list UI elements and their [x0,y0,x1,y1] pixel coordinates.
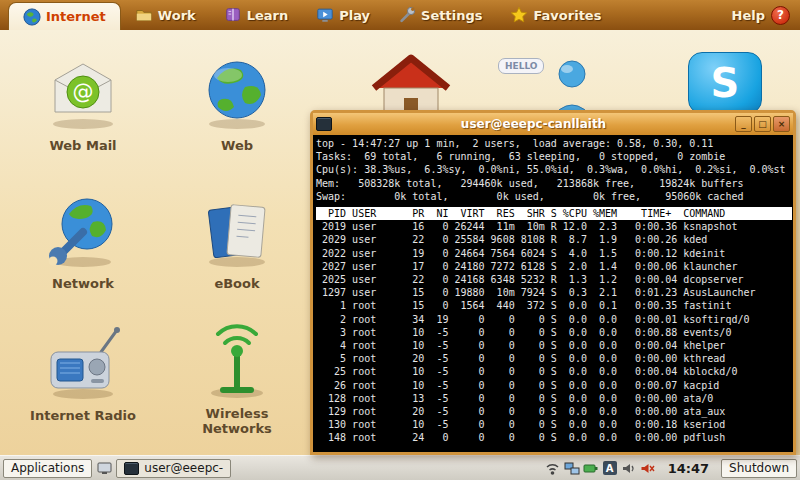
show-desktop-icon[interactable] [96,460,112,476]
tools-icon [398,6,416,24]
input-method-icon[interactable]: A [602,460,618,476]
help-label: Help [732,8,765,23]
system-tray: A [545,460,656,476]
volume-icon[interactable] [621,460,637,476]
terminal-output[interactable]: top - 14:47:27 up 1 min, 2 users, load a… [313,135,793,452]
network-globe-icon [41,190,125,270]
webmail-icon: @ [41,52,125,132]
process-table-header: PID USER PR NI VIRT RES SHR S %CPU %MEM … [316,207,792,220]
desktop-icon-internet-radio[interactable]: Internet Radio [18,322,148,423]
taskbar: Applications user@eeepc- A [0,455,800,480]
maximize-button[interactable]: □ [754,116,771,132]
top-summary-lines: top - 14:47:27 up 1 min, 2 users, load a… [316,137,792,203]
clock: 14:47 [668,461,709,476]
tab-play[interactable]: Play [302,0,384,30]
window-controls: _ □ × [735,116,790,132]
terminal-window: user@eeepc-canllaith _ □ × top - 14:47:2… [310,110,796,455]
tab-label: Internet [46,9,106,24]
tab-settings[interactable]: Settings [384,0,496,30]
tab-learn[interactable]: Learn [210,0,303,30]
wireless-networks-icon [195,322,279,400]
hello-text: HELLO [505,61,537,71]
desktop-icon-label: eBook [181,276,293,291]
desktop-icon-skype[interactable]: S [688,52,762,114]
process-table-rows: 2019 user 16 0 26244 11m 10m R 12.0 2.3 … [316,220,792,444]
tab-label: Play [339,8,370,23]
mute-icon[interactable] [640,460,656,476]
desktop-area: @ Web Mail Web [0,30,800,455]
terminal-window-icon [316,117,332,131]
desktop-icon-wireless-networks[interactable]: Wireless Networks [172,322,302,436]
help-button[interactable]: Help ? [722,0,800,30]
desktop-icon-label: Network [27,276,139,291]
wireless-signal-icon[interactable] [545,460,561,476]
task-label: user@eeepc- [144,461,223,475]
window-title: user@eeepc-canllaith [336,117,731,131]
network-monitor-icon[interactable] [564,460,580,476]
svg-text:@: @ [73,80,94,104]
tab-label: Learn [247,8,289,23]
desktop-icon-label: Web Mail [27,138,139,153]
folder-icon [135,6,153,24]
desktop-icon-label: Wireless Networks [181,406,293,436]
globe-icon [23,8,41,26]
skype-icon: S [688,52,762,114]
internet-radio-icon [41,322,125,402]
top-tab-bar: Internet Work Learn Play Settings [0,0,800,30]
book-icon [224,6,242,24]
battery-icon[interactable] [583,460,599,476]
taskbar-task-terminal[interactable]: user@eeepc- [116,459,231,478]
window-titlebar[interactable]: user@eeepc-canllaith _ □ × [313,113,793,135]
input-method-letter: A [603,461,617,475]
applications-label: Applications [11,461,84,475]
desktop-icon-label: Web [181,138,293,153]
desktop-icon-label: Internet Radio [27,408,139,423]
shutdown-label: Shutdown [729,461,789,475]
terminal-icon [124,462,139,475]
media-icon [316,6,334,24]
skype-letter: S [711,60,740,106]
tab-internet[interactable]: Internet [8,2,121,30]
tab-label: Favorites [533,8,601,23]
tab-label: Settings [421,8,482,23]
web-globe-icon [195,52,279,132]
star-icon [510,6,528,24]
hello-speech-bubble: HELLO [498,58,544,74]
tab-label: Work [158,8,196,23]
tab-work[interactable]: Work [121,0,210,30]
desktop-icon-web[interactable]: Web [172,52,302,153]
applications-button[interactable]: Applications [3,459,92,478]
eee-pc-easy-mode-desktop: Internet Work Learn Play Settings [0,0,800,480]
close-button[interactable]: × [773,116,790,132]
desktop-icon-ebook[interactable]: eBook [172,190,302,291]
desktop-icon-network[interactable]: Network [18,190,148,291]
tab-favorites[interactable]: Favorites [496,0,615,30]
minimize-button[interactable]: _ [735,116,752,132]
shutdown-button[interactable]: Shutdown [721,459,797,478]
desktop-icon-web-mail[interactable]: @ Web Mail [18,52,148,153]
question-icon: ? [771,6,790,25]
ebook-icon [195,190,279,270]
